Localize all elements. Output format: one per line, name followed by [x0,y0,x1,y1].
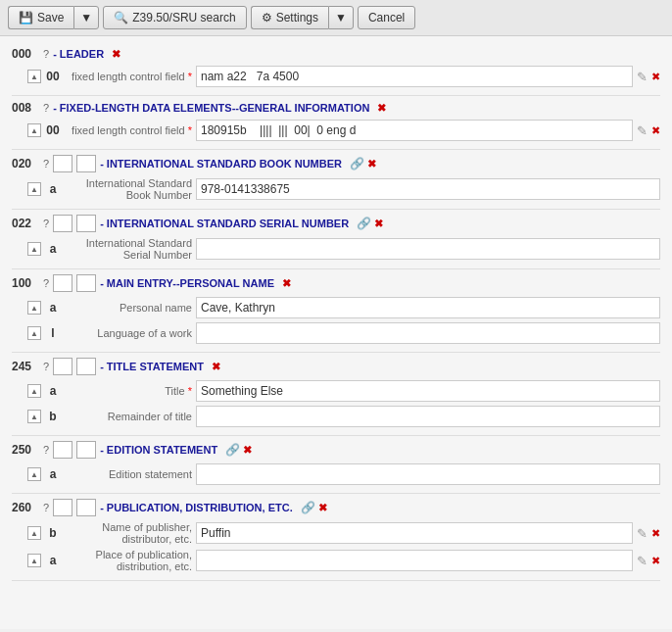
marc-icons-020: 🔗✖ [350,157,376,170]
indicator1-020[interactable] [53,155,72,172]
link-icon-250[interactable]: 🔗 [225,443,240,457]
marc-header-000: 000?- LEADER✖ [12,44,660,64]
delete-icon-020[interactable]: ✖ [367,158,376,170]
question-mark-008[interactable]: ? [43,102,49,114]
question-mark-022[interactable]: ? [43,218,49,229]
subfield-row-100-l: ▲lLanguage of a work [27,320,660,346]
collapse-btn-000-00[interactable]: ▲ [27,70,41,83]
indicator1-250[interactable] [53,441,72,459]
question-mark-250[interactable]: ? [43,444,49,456]
subfield-input-260-b[interactable] [196,522,633,544]
collapse-btn-100-a[interactable]: ▲ [27,301,41,315]
link-icon-020[interactable]: 🔗 [350,157,364,170]
subfield-input-100-a[interactable] [196,297,660,318]
indicator2-245[interactable] [76,358,96,375]
divider-245 [12,435,660,436]
required-marker: * [188,124,192,136]
collapse-btn-245-b[interactable]: ▲ [27,410,41,423]
marc-header-250: 250?- EDITION STATEMENT🔗✖ [12,438,660,462]
delete-sub-icon-008-00[interactable]: ✖ [651,124,660,137]
subfield-row-260-b: ▲bName of publisher, distributor, etc.✎✖ [27,519,660,547]
divider-020 [12,209,660,210]
indicator2-100[interactable] [76,274,96,292]
collapse-btn-008-00[interactable]: ▲ [27,123,41,137]
settings-button[interactable]: ⚙ Settings [251,6,328,29]
subfield-code-260-a: a [45,554,61,567]
link-icon-022[interactable]: 🔗 [357,217,371,230]
collapse-btn-020-a[interactable]: ▲ [27,182,41,196]
delete-icon-022[interactable]: ✖ [374,218,383,230]
delete-icon-260[interactable]: ✖ [318,502,327,514]
subfield-code-100-l: l [45,326,61,340]
collapse-btn-250-a[interactable]: ▲ [27,467,41,481]
marc-tag-250: 250 [12,443,39,457]
delete-sub-icon-260-a[interactable]: ✖ [651,555,660,567]
indicator1-245[interactable] [53,358,72,375]
question-mark-100[interactable]: ? [43,277,49,289]
indicator1-022[interactable] [53,215,72,232]
search-button[interactable]: 🔍 Z39.50/SRU search [103,6,246,29]
subfield-input-000-00[interactable] [196,66,633,87]
indicator2-022[interactable] [76,215,96,232]
collapse-btn-260-a[interactable]: ▲ [27,554,41,567]
subfield-code-022-a: a [45,242,61,256]
marc-header-245: 245?- TITLE STATEMENT✖ [12,355,660,378]
delete-icon-000[interactable]: ✖ [112,48,120,61]
question-mark-260[interactable]: ? [43,502,49,513]
delete-icon-008[interactable]: ✖ [377,102,386,115]
indicator2-260[interactable] [76,499,96,516]
indicator2-250[interactable] [76,441,96,459]
subfield-input-008-00[interactable] [196,120,633,141]
subfield-label-022-a: International Standard Serial Number [65,237,192,261]
save-button[interactable]: 💾 Save [8,6,73,29]
save-dropdown-button[interactable]: ▼ [73,6,99,29]
subfield-input-100-l[interactable] [196,322,660,344]
delete-icon-245[interactable]: ✖ [212,361,220,373]
marc-description-008: - FIXED-LENGTH DATA ELEMENTS--GENERAL IN… [53,102,369,114]
subfield-input-245-a[interactable] [196,380,660,402]
subfield-label-245-b: Remainder of title [65,411,192,422]
marc-description-100: - MAIN ENTRY--PERSONAL NAME [100,277,274,289]
marc-section-250: 250?- EDITION STATEMENT🔗✖▲aEdition state… [12,438,660,487]
subfield-input-250-a[interactable] [196,463,660,485]
subfield-input-020-a[interactable] [196,178,660,200]
delete-sub-icon-260-b[interactable]: ✖ [651,527,660,540]
divider-022 [12,268,660,269]
search-icon: 🔍 [114,11,128,24]
subfield-code-008-00: 00 [45,123,61,137]
marc-tag-022: 022 [12,217,39,230]
subfield-row-022-a: ▲aInternational Standard Serial Number [27,235,660,263]
subfield-label-250-a: Edition statement [65,468,192,480]
cancel-label: Cancel [368,11,405,24]
collapse-btn-100-l[interactable]: ▲ [27,326,41,340]
subfield-input-260-a[interactable] [196,550,633,571]
subfield-code-100-a: a [45,301,61,315]
edit-icon-008-00[interactable]: ✎ [637,123,648,138]
indicator1-260[interactable] [53,499,72,516]
subfield-input-245-b[interactable] [196,406,660,427]
cancel-button[interactable]: Cancel [358,6,415,29]
collapse-btn-245-a[interactable]: ▲ [27,384,41,398]
delete-sub-icon-000-00[interactable]: ✖ [651,71,660,83]
indicator2-020[interactable] [76,155,96,172]
delete-icon-250[interactable]: ✖ [243,444,252,457]
marc-description-260: - PUBLICATION, DISTRIBUTION, ETC. [100,502,293,513]
edit-icon-260-a[interactable]: ✎ [637,554,648,568]
subfield-row-245-b: ▲bRemainder of title [27,404,660,429]
marc-description-000: - LEADER [53,48,104,60]
edit-icon-000-00[interactable]: ✎ [637,70,648,84]
indicator1-100[interactable] [53,274,72,292]
subfield-input-022-a[interactable] [196,238,660,260]
marc-section-260: 260?- PUBLICATION, DISTRIBUTION, ETC.🔗✖▲… [12,496,660,574]
collapse-btn-260-b[interactable]: ▲ [27,526,41,540]
settings-dropdown-button[interactable]: ▼ [328,6,354,29]
marc-icons-260: 🔗✖ [301,501,327,514]
link-icon-260[interactable]: 🔗 [301,501,315,514]
question-mark-245[interactable]: ? [43,361,49,372]
collapse-btn-022-a[interactable]: ▲ [27,242,41,256]
edit-icon-260-b[interactable]: ✎ [637,526,648,541]
question-mark-000[interactable]: ? [43,48,49,60]
question-mark-020[interactable]: ? [43,158,49,170]
subfield-code-260-b: b [45,526,61,540]
delete-icon-100[interactable]: ✖ [282,277,291,290]
